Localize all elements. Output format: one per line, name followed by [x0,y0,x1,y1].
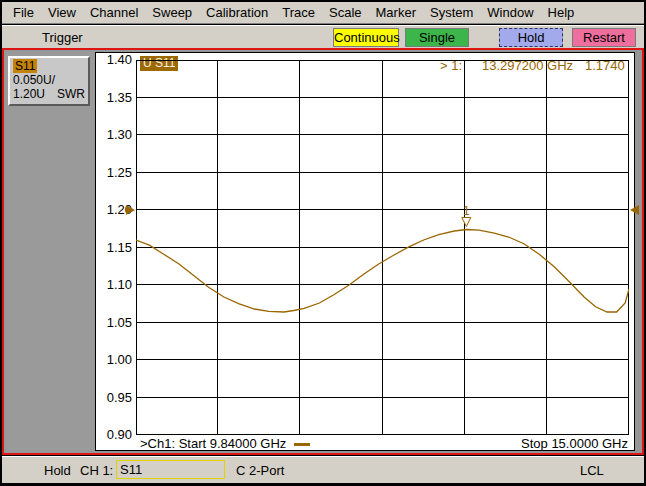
reference-level-arrow-left [126,205,135,215]
continuous-button[interactable]: Continuous [333,28,399,47]
menu-item-channel[interactable]: Channel [83,3,145,22]
trace-properties-panel[interactable]: S11 0.050U/ 1.20U SWR [8,56,90,106]
trigger-state-indicator: Hold [44,463,71,478]
start-frequency-text: >Ch1: Start 9.84000 GHz [140,436,286,451]
restart-button[interactable]: Restart [572,28,636,47]
trace-scale-per-div: 0.050U/ [13,73,85,87]
y-tick-label: 1.05 [96,315,132,331]
menu-item-system[interactable]: System [423,3,480,22]
menu-item-help[interactable]: Help [541,3,582,22]
y-tick-label: 1.40 [96,52,132,68]
measurement-indicator-box: S11 [116,460,225,479]
stop-frequency-readout: Stop 15.0000 GHz [521,436,628,451]
y-tick-label: 1.25 [96,165,132,181]
swr-trace-chart: 1 [136,60,629,435]
measurement-indicator: S11 [120,462,142,477]
menu-item-scale[interactable]: Scale [322,3,369,22]
channel-start-readout: >Ch1: Start 9.84000 GHz [140,436,310,451]
menu-item-trace[interactable]: Trace [275,3,322,22]
marker-number-label: 1 [463,204,470,218]
y-tick-label: 1.30 [96,127,132,143]
local-remote-indicator: LCL [580,463,604,478]
menu-item-file[interactable]: File [6,3,41,22]
hold-button[interactable]: Hold [499,28,563,47]
menu-item-sweep[interactable]: Sweep [145,3,199,22]
y-tick-label: 1.15 [96,240,132,256]
y-tick-label: 1.10 [96,277,132,293]
plot-panel: 1.401.351.301.251.201.151.101.051.000.95… [95,52,635,451]
menu-item-view[interactable]: View [41,3,83,22]
trace-sidebar: S11 0.050U/ 1.20U SWR [6,52,94,451]
menu-item-window[interactable]: Window [480,3,540,22]
y-tick-label: 0.90 [96,427,132,443]
reference-level-arrow-right [630,205,639,215]
calibration-status-indicator: C 2-Port [236,463,284,478]
single-button[interactable]: Single [405,28,469,47]
status-bar: Hold CH 1: S11 C 2-Port LCL [2,456,644,483]
trace-format: SWR [57,87,85,101]
trace-color-key-icon [294,443,310,446]
trigger-toolbar-label: Trigger [42,30,83,45]
marker-triangle-icon[interactable] [462,218,471,227]
menu-bar: FileViewChannelSweepCalibrationTraceScal… [2,2,644,24]
menu-item-marker[interactable]: Marker [369,3,423,22]
y-tick-label: 1.35 [96,90,132,106]
channel-indicator: CH 1: [80,463,113,478]
y-tick-label: 0.95 [96,390,132,406]
main-display: S11 0.050U/ 1.20U SWR 1.401.351.301.251.… [2,48,644,455]
trace-name-badge: S11 [13,59,37,73]
trace-reference-value: 1.20U [13,87,45,101]
menu-item-calibration[interactable]: Calibration [199,3,275,22]
trigger-toolbar: Trigger Continuous Single Hold Restart [2,25,644,48]
vna-application-window: { "menu_items": ["File", "View", "Channe… [0,0,646,486]
y-tick-label: 1.00 [96,352,132,368]
